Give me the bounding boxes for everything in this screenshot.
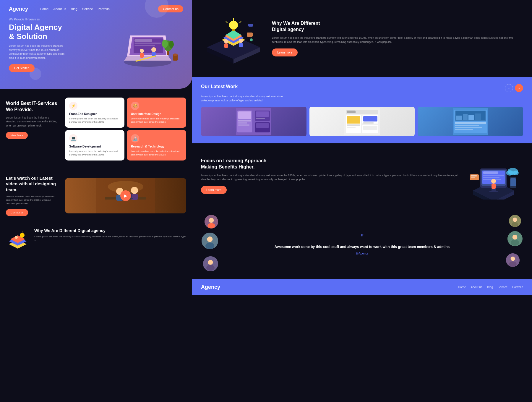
svg-point-126: [511, 240, 519, 246]
footer-blog[interactable]: Blog: [487, 286, 493, 289]
svg-rect-68: [347, 111, 356, 113]
avatar-6-svg: [506, 253, 520, 268]
work-card-2[interactable]: [309, 107, 415, 136]
svg-point-129: [509, 262, 517, 267]
svg-point-120: [206, 265, 215, 271]
nav-about[interactable]: About us: [53, 7, 66, 11]
work-card-2-inner: [309, 107, 415, 136]
focus-learn-more-button[interactable]: Learn more: [201, 186, 227, 194]
bottom-why-icon: [6, 228, 30, 252]
research-title: Research & Technology: [131, 145, 182, 148]
svg-rect-65: [256, 123, 269, 128]
testimonial-quote: Awesome work done by this cool stuff and…: [242, 244, 482, 249]
work-card-1[interactable]: [201, 107, 306, 136]
avatar-5: [507, 231, 523, 247]
svg-point-16: [140, 49, 144, 53]
research-desc: Lorem ipsum has been the industry's stan…: [131, 150, 182, 156]
svg-rect-75: [363, 122, 374, 124]
svg-rect-101: [489, 191, 498, 192]
svg-rect-70: [347, 116, 360, 124]
svg-rect-57: [238, 111, 251, 119]
prev-arrow-button[interactable]: ←: [505, 84, 513, 92]
video-section: Let's watch our Latest video with all de…: [0, 169, 192, 222]
svg-rect-107: [471, 175, 477, 176]
services-left: World Best IT-Services We Provide. Lorem…: [6, 98, 59, 161]
svg-point-123: [512, 222, 518, 227]
svg-line-46: [239, 21, 241, 23]
svg-rect-108: [471, 177, 475, 178]
svg-point-128: [511, 257, 515, 261]
work-card-2-svg: [344, 108, 380, 135]
svg-rect-89: [455, 129, 473, 130]
avatar-4-svg: [509, 214, 521, 228]
avatar-1: [204, 214, 219, 229]
svg-point-34: [15, 236, 18, 239]
svg-point-15: [173, 54, 178, 56]
avatar-1-svg: [205, 214, 218, 229]
left-panel: Agency Home About us Blog Service Portfo…: [0, 0, 192, 402]
svg-rect-77: [363, 126, 377, 130]
bottom-why-description: Lorem ipsum has been the industry's stan…: [34, 235, 186, 242]
svg-rect-53: [248, 24, 253, 27]
hero-illustration-svg: [112, 18, 183, 71]
footer-about[interactable]: About us: [471, 286, 482, 289]
why-heading: Why We Are DifferentDigital agency: [272, 20, 523, 33]
latest-work-header: Our Latest Work ← →: [201, 84, 523, 92]
avatar-3-svg: [203, 256, 218, 272]
svg-rect-96: [483, 171, 498, 174]
svg-line-47: [226, 21, 228, 23]
nav-arrows: ← →: [505, 84, 523, 92]
nav-blog[interactable]: Blog: [71, 7, 77, 11]
svg-rect-84: [468, 115, 474, 120]
video-heading: Let's watch our Latest video with all de…: [6, 175, 59, 193]
bottom-why-text: Why We Are Different Digital agency Lore…: [34, 228, 186, 242]
video-play-button[interactable]: ▶: [120, 190, 131, 201]
next-arrow-button[interactable]: →: [515, 84, 523, 92]
ui-title: User Interface Design: [131, 112, 182, 116]
svg-rect-35: [15, 239, 17, 242]
svg-rect-59: [238, 122, 247, 124]
svg-rect-105: [492, 184, 496, 189]
services-section: World Best IT-Services We Provide. Lorem…: [0, 89, 192, 169]
footer-portfolio[interactable]: Portfolio: [512, 286, 523, 289]
software-title: Software Development: [69, 145, 120, 148]
svg-rect-71: [347, 124, 360, 126]
footer-service[interactable]: Service: [498, 286, 507, 289]
video-thumbnail[interactable]: ▶: [65, 178, 186, 213]
work-card-3[interactable]: [418, 107, 523, 136]
hero-section: Agency Home About us Blog Service Portfo…: [0, 0, 192, 89]
svg-point-117: [205, 243, 214, 249]
why-learn-more-button[interactable]: Learn more: [272, 48, 298, 56]
svg-point-11: [169, 41, 174, 48]
why-different-section: Why We Are DifferentDigital agency Lorem…: [192, 0, 532, 77]
nav-portfolio[interactable]: Portfolio: [98, 7, 110, 11]
avatar-5-svg: [507, 231, 523, 247]
svg-rect-7: [134, 45, 155, 46]
nav-service[interactable]: Service: [82, 7, 93, 11]
footer-logo: Agency: [201, 284, 220, 290]
video-contact-button[interactable]: Contact us: [6, 209, 28, 216]
svg-point-104: [491, 179, 496, 184]
latest-work-heading: Our Latest Work: [201, 84, 238, 89]
svg-rect-44: [232, 29, 235, 31]
hero-get-started-button[interactable]: Get Started: [9, 64, 35, 72]
video-description: Lorem ipsum has been the industry's stan…: [6, 195, 59, 205]
right-panel: Why We Are DifferentDigital agency Lorem…: [192, 0, 532, 402]
nav-home[interactable]: Home: [40, 7, 48, 11]
latest-work-section: Our Latest Work ← → Lorem ipsum has been…: [192, 77, 532, 143]
footer-home[interactable]: Home: [458, 286, 466, 289]
ui-icon: 🎨: [131, 102, 139, 110]
hero-subtitle: We Provide IT-Services: [9, 18, 112, 21]
bottom-why-svg: [6, 228, 30, 252]
view-more-button[interactable]: View More: [6, 132, 28, 139]
why-illustration-svg: [201, 12, 266, 65]
work-card-3-inner: [418, 107, 523, 136]
bottom-why-section: Why We Are Different Digital agency Lore…: [0, 222, 192, 257]
avatar-6: [505, 253, 520, 268]
svg-rect-83: [463, 114, 468, 120]
svg-point-110: [506, 170, 513, 176]
service-card-software: 💻 Software Development Lorem ipsum has b…: [65, 130, 124, 160]
footer-links: Home About us Blog Service Portfolio: [458, 286, 523, 289]
svg-point-113: [209, 218, 214, 223]
focus-description: Lorem ipsum has been the industry's stan…: [201, 173, 458, 182]
